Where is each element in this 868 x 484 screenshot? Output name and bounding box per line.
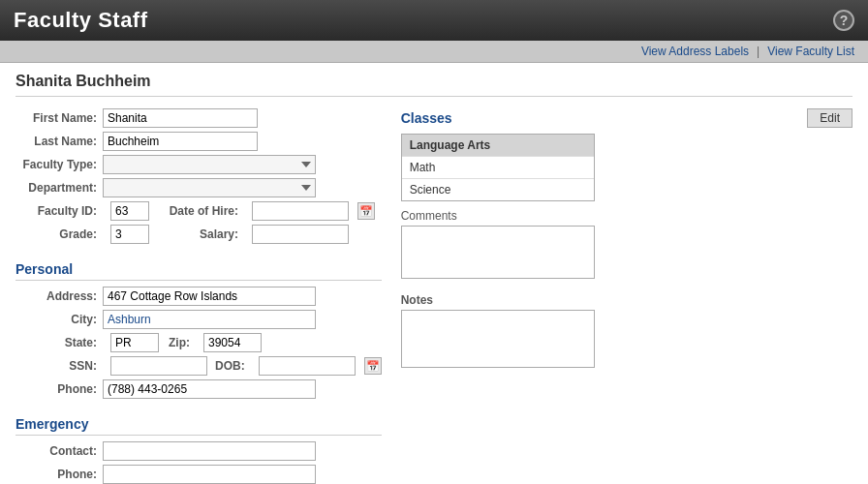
- grade-label: Grade:: [16, 227, 103, 241]
- address-row: Address:: [16, 287, 382, 306]
- dob-calendar-icon[interactable]: 📅: [364, 357, 382, 375]
- phone-input[interactable]: [103, 379, 316, 399]
- grade-input[interactable]: [110, 225, 149, 244]
- first-name-input[interactable]: [103, 108, 258, 128]
- last-name-row: Last Name:: [16, 132, 382, 151]
- basic-info-section: First Name: Last Name: Faculty Type: Dep…: [16, 108, 382, 244]
- header-right: ?: [833, 10, 854, 31]
- emergency-contact-label: Contact:: [16, 444, 103, 458]
- faculty-id-input[interactable]: [110, 201, 149, 221]
- city-row: City:: [16, 310, 382, 329]
- right-column: Classes Edit Language Arts Math Science …: [401, 108, 852, 484]
- class-item-math[interactable]: Math: [402, 157, 594, 179]
- personal-section-title: Personal: [16, 261, 382, 281]
- zip-label: Zip:: [167, 336, 196, 349]
- classes-list: Language Arts Math Science: [401, 134, 595, 201]
- help-icon[interactable]: ?: [833, 10, 854, 31]
- comments-label: Comments: [401, 209, 852, 223]
- dob-input[interactable]: [259, 356, 356, 376]
- page-content: Shanita Buchheim First Name: Last Name: …: [0, 63, 868, 484]
- emergency-contact-row: Contact:: [16, 441, 382, 461]
- classes-section: Classes Edit Language Arts Math Science …: [401, 108, 852, 282]
- dob-label: DOB:: [215, 359, 251, 373]
- notes-label: Notes: [401, 293, 852, 307]
- nav-bar: View Address Labels | View Faculty List: [0, 41, 868, 63]
- city-label: City:: [16, 313, 103, 326]
- ssn-label: SSN:: [16, 359, 103, 373]
- comments-textarea[interactable]: [401, 226, 595, 279]
- date-of-hire-label: Date of Hire:: [157, 204, 244, 218]
- state-label: State:: [16, 336, 103, 349]
- emergency-phone-label: Phone:: [16, 468, 103, 481]
- ssn-input[interactable]: [110, 356, 207, 376]
- personal-section: Personal Address: City: State: Zip: SSN: [16, 261, 382, 399]
- faculty-id-label: Faculty ID:: [16, 204, 103, 218]
- first-name-label: First Name:: [16, 111, 103, 125]
- salary-label: Salary:: [157, 227, 244, 241]
- app-title: Faculty Staff: [14, 8, 148, 33]
- last-name-label: Last Name:: [16, 135, 103, 148]
- state-input[interactable]: [110, 333, 159, 352]
- faculty-type-row: Faculty Type:: [16, 155, 382, 174]
- left-column: First Name: Last Name: Faculty Type: Dep…: [16, 108, 382, 484]
- state-zip-row: State: Zip:: [16, 333, 382, 352]
- date-of-hire-calendar-icon[interactable]: 📅: [357, 202, 375, 220]
- emergency-phone-row: Phone:: [16, 465, 382, 484]
- first-name-row: First Name:: [16, 108, 382, 128]
- city-input[interactable]: [103, 310, 316, 329]
- edit-button[interactable]: Edit: [807, 108, 852, 128]
- main-layout: First Name: Last Name: Faculty Type: Dep…: [16, 108, 852, 484]
- class-item-language-arts[interactable]: Language Arts: [402, 135, 594, 157]
- notes-section: Notes: [401, 293, 852, 371]
- faculty-type-label: Faculty Type:: [16, 158, 103, 171]
- emergency-phone-input[interactable]: [103, 465, 316, 484]
- department-select[interactable]: [103, 178, 316, 197]
- record-title: Shanita Buchheim: [16, 73, 852, 97]
- faculty-id-date-hire-row: Faculty ID: Date of Hire: 📅: [16, 201, 382, 221]
- address-label: Address:: [16, 289, 103, 303]
- department-row: Department:: [16, 178, 382, 197]
- notes-textarea[interactable]: [401, 310, 595, 368]
- last-name-input[interactable]: [103, 132, 258, 151]
- zip-input[interactable]: [203, 333, 262, 352]
- view-faculty-list-link[interactable]: View Faculty List: [767, 45, 854, 58]
- view-address-labels-link[interactable]: View Address Labels: [641, 45, 749, 58]
- emergency-contact-input[interactable]: [103, 441, 316, 461]
- class-item-science[interactable]: Science: [402, 179, 594, 200]
- nav-divider: |: [757, 45, 760, 58]
- phone-label: Phone:: [16, 382, 103, 396]
- classes-header: Classes Edit: [401, 108, 852, 128]
- faculty-type-select[interactable]: [103, 155, 316, 174]
- ssn-dob-row: SSN: DOB: 📅: [16, 356, 382, 376]
- department-label: Department:: [16, 181, 103, 195]
- salary-input[interactable]: [252, 225, 349, 244]
- date-of-hire-input[interactable]: [252, 201, 349, 221]
- emergency-section: Emergency Contact: Phone:: [16, 416, 382, 484]
- app-header: Faculty Staff ?: [0, 0, 868, 41]
- emergency-section-title: Emergency: [16, 416, 382, 436]
- phone-row: Phone:: [16, 379, 382, 399]
- grade-salary-row: Grade: Salary:: [16, 225, 382, 244]
- address-input[interactable]: [103, 287, 316, 306]
- classes-title: Classes: [401, 110, 452, 126]
